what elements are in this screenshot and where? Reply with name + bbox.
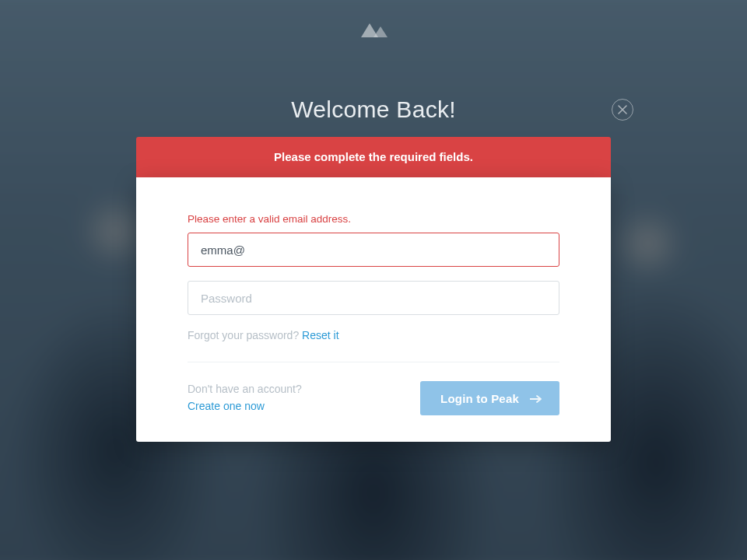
create-account-link[interactable]: Create one now [188,400,265,412]
close-button[interactable] [612,99,633,121]
signup-question: Don't have an account? [188,381,302,398]
mountains-icon [358,20,389,40]
signup-block: Don't have an account? Create one now [188,381,302,415]
password-field[interactable] [188,281,559,315]
forgot-password-row: Forgot your password? Reset it [188,329,559,341]
forgot-password-prefix: Forgot your password? [188,329,302,341]
login-modal: Please complete the required fields. Ple… [136,137,611,442]
close-icon [618,105,627,114]
divider [188,362,559,362]
email-field[interactable] [188,233,559,267]
email-error-text: Please enter a valid email address. [188,213,559,225]
reset-password-link[interactable]: Reset it [302,329,338,341]
login-card: Please enter a valid email address. Forg… [136,177,611,442]
arrow-right-icon [530,392,542,405]
modal-title: Welcome Back! [0,96,747,123]
login-button-label: Login to Peak [440,392,519,405]
error-banner: Please complete the required fields. [136,137,611,177]
login-button[interactable]: Login to Peak [420,381,559,415]
footer-row: Don't have an account? Create one now Lo… [188,381,559,415]
